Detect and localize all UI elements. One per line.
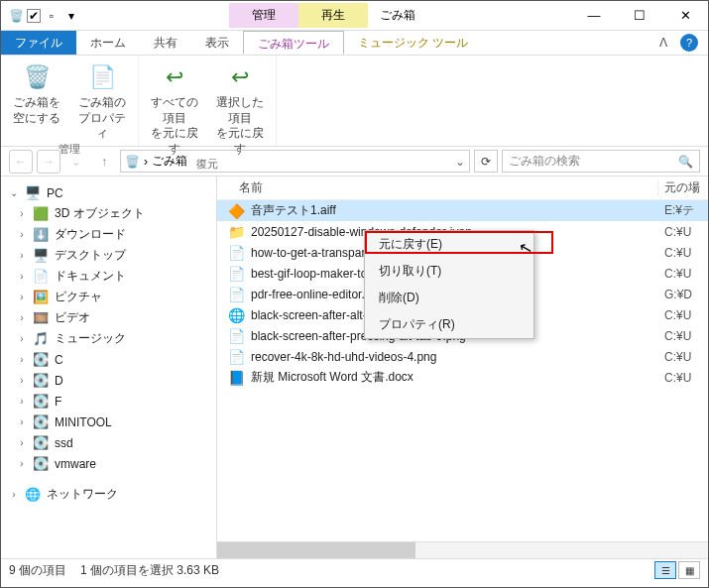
expand-icon[interactable]: › xyxy=(17,292,27,302)
file-icon: 🌐 xyxy=(227,306,245,324)
recycle-bin-icon[interactable]: 🗑️ xyxy=(7,7,25,25)
tree-network[interactable]: › 🌐 ネットワーク xyxy=(1,484,216,505)
ribbon-body: 🗑️ ごみ箱を 空にする 📄 ごみ箱の プロパティ 管理 ↩ すべての項目 を元… xyxy=(1,56,708,147)
expand-icon[interactable]: › xyxy=(17,271,27,282)
button-label: ごみ箱を 空にする xyxy=(13,95,60,126)
restore-icon: ↩ xyxy=(224,61,256,93)
expand-icon[interactable]: › xyxy=(9,489,19,500)
tree-item[interactable]: ›🖼️ピクチャ xyxy=(1,287,216,307)
expand-icon[interactable]: › xyxy=(17,396,27,407)
menu-cut[interactable]: 切り取り(T) xyxy=(365,258,533,285)
item-count: 9 個の項目 xyxy=(9,562,66,579)
file-row[interactable]: 📄recover-4k-8k-hd-uhd-videos-4.pngC:¥U xyxy=(217,346,708,367)
file-row[interactable]: 📘新規 Microsoft Word 文書.docxC:¥U xyxy=(217,367,708,388)
expand-icon[interactable]: ⌄ xyxy=(9,187,19,198)
tree-label: MINITOOL xyxy=(55,415,112,429)
folder-icon: 💽 xyxy=(33,456,49,472)
tree-item[interactable]: ›⬇️ダウンロード xyxy=(1,224,216,245)
file-location: C:¥U xyxy=(658,267,708,281)
folder-icon: 🖼️ xyxy=(33,290,49,305)
tree-item[interactable]: ›🟩3D オブジェクト xyxy=(1,203,216,224)
address-bar: ← → ⌄ ↑ 🗑️ › ごみ箱 ⌄ ⟳ ごみ箱の検索 🔍 xyxy=(1,147,708,176)
tree-item[interactable]: ›💽MINITOOL xyxy=(1,412,216,432)
icons-view-button[interactable]: ▦ xyxy=(678,561,700,579)
restore-selected-button[interactable]: ↩ 選択した項目 を元に戻す xyxy=(212,59,268,157)
forward-button[interactable]: → xyxy=(37,150,60,174)
expand-icon[interactable]: › xyxy=(17,208,27,219)
folder-icon: 🎞️ xyxy=(33,310,49,326)
expand-icon[interactable]: › xyxy=(17,375,27,386)
restore-all-button[interactable]: ↩ すべての項目 を元に戻す xyxy=(147,59,202,157)
refresh-button[interactable]: ⟳ xyxy=(474,150,498,173)
expand-icon[interactable]: › xyxy=(17,354,27,365)
properties-icon: 📄 xyxy=(86,61,118,93)
status-bar: 9 個の項目 1 個の項目を選択 3.63 KB ☰ ▦ xyxy=(1,558,708,581)
folder-icon: 💽 xyxy=(33,352,49,368)
scroll-thumb[interactable] xyxy=(217,542,415,558)
up-button[interactable]: ↑ xyxy=(92,150,116,174)
tab-share[interactable]: 共有 xyxy=(140,31,191,55)
tab-music-tools[interactable]: ミュージック ツール xyxy=(344,31,482,55)
tab-recycle-tools[interactable]: ごみ箱ツール xyxy=(243,31,344,55)
ribbon-tabs: ファイル ホーム 共有 表示 ごみ箱ツール ミュージック ツール ᐱ ? xyxy=(1,31,708,56)
file-location: G:¥D xyxy=(658,288,708,301)
tree-item[interactable]: ›💽F xyxy=(1,391,216,412)
file-location: C:¥U xyxy=(658,329,708,343)
folder-icon: 💽 xyxy=(33,394,49,410)
expand-icon[interactable]: › xyxy=(17,250,27,261)
tree-item[interactable]: ›🎞️ビデオ xyxy=(1,307,216,328)
contextual-tab-manage[interactable]: 管理 xyxy=(229,3,298,28)
expand-icon[interactable]: › xyxy=(17,437,27,448)
path-box[interactable]: 🗑️ › ごみ箱 ⌄ xyxy=(120,150,470,173)
contextual-tabs: 管理 再生 xyxy=(229,3,368,28)
recycle-bin-properties-button[interactable]: 📄 ごみ箱の プロパティ xyxy=(74,59,130,142)
file-location: C:¥U xyxy=(658,225,708,239)
maximize-button[interactable]: ☐ xyxy=(617,1,662,31)
tree-label: ドキュメント xyxy=(55,268,126,285)
dropdown-icon[interactable]: ▾ xyxy=(62,7,80,25)
tree-label: D xyxy=(55,374,63,388)
tree-item[interactable]: ›💽C xyxy=(1,349,216,370)
tab-view[interactable]: 表示 xyxy=(191,31,243,55)
path-dropdown-icon[interactable]: ⌄ xyxy=(455,155,465,169)
help-icon[interactable]: ? xyxy=(680,34,698,52)
tab-home[interactable]: ホーム xyxy=(76,31,140,55)
quick-access-toolbar: 🗑️ ✔ ▫ ▾ xyxy=(1,7,86,25)
file-tab[interactable]: ファイル xyxy=(1,31,76,55)
expand-icon[interactable]: › xyxy=(17,333,27,344)
empty-recycle-bin-button[interactable]: 🗑️ ごみ箱を 空にする xyxy=(9,59,64,142)
details-view-button[interactable]: ☰ xyxy=(654,561,676,579)
menu-restore[interactable]: 元に戻す(E) xyxy=(365,231,533,258)
menu-properties[interactable]: プロパティ(R) xyxy=(365,311,533,338)
file-icon: 🔶 xyxy=(227,202,245,220)
tree-item[interactable]: ›💽vmware xyxy=(1,453,216,474)
column-name[interactable]: 名前 xyxy=(217,179,658,196)
tree-item[interactable]: ›💽D xyxy=(1,370,216,391)
horizontal-scrollbar[interactable] xyxy=(217,541,708,558)
file-location: C:¥U xyxy=(658,371,708,385)
expand-icon[interactable]: › xyxy=(17,229,27,240)
tree-item[interactable]: ›💽ssd xyxy=(1,432,216,453)
minimize-button[interactable]: — xyxy=(571,1,617,31)
file-location: C:¥U xyxy=(658,246,708,260)
expand-icon[interactable]: › xyxy=(17,458,27,469)
file-row[interactable]: 🔶音声テスト1.aiffE:¥テ xyxy=(217,200,708,221)
contextual-tab-play[interactable]: 再生 xyxy=(298,3,368,28)
folder-icon: 💽 xyxy=(33,414,49,430)
back-button[interactable]: ← xyxy=(9,150,33,174)
tree-item[interactable]: ›📄ドキュメント xyxy=(1,266,216,287)
search-box[interactable]: ごみ箱の検索 🔍 xyxy=(502,150,700,173)
collapse-ribbon-icon[interactable]: ᐱ xyxy=(654,34,672,52)
column-location[interactable]: 元の場 xyxy=(658,179,708,196)
file-name: 新規 Microsoft Word 文書.docx xyxy=(251,369,658,386)
menu-delete[interactable]: 削除(D) xyxy=(365,285,533,311)
tree-pc[interactable]: ⌄ 🖥️ PC xyxy=(1,182,216,203)
expand-icon[interactable]: › xyxy=(17,312,27,323)
document-icon[interactable]: ▫ xyxy=(43,7,60,25)
expand-icon[interactable]: › xyxy=(17,416,27,427)
close-button[interactable]: ✕ xyxy=(662,1,708,31)
tree-item[interactable]: ›🖥️デスクトップ xyxy=(1,245,216,266)
checkbox-icon[interactable]: ✔ xyxy=(27,9,41,23)
tree-item[interactable]: ›🎵ミュージック xyxy=(1,328,216,349)
history-dropdown[interactable]: ⌄ xyxy=(64,150,88,174)
